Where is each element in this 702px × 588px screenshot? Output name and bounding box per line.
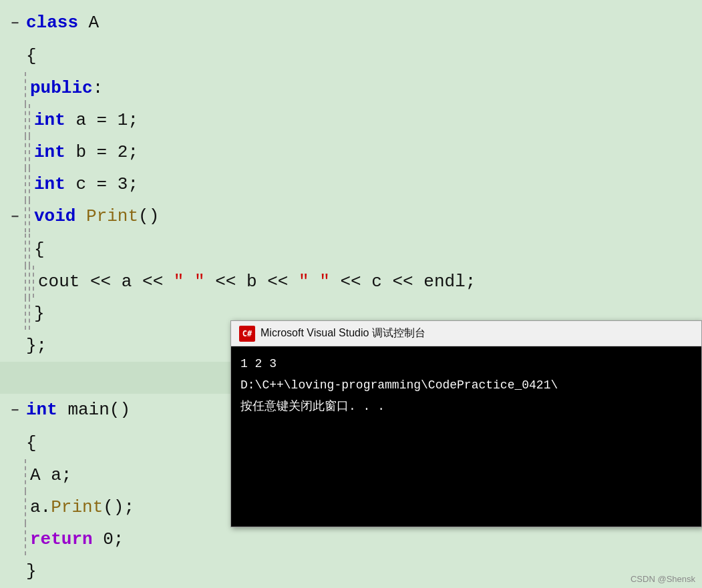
indent-guide-4b: [29, 168, 30, 200]
console-titlebar[interactable]: C# Microsoft Visual Studio 调试控制台: [231, 321, 701, 346]
indent-guide-7c: [33, 266, 34, 298]
indent-guide-3b: [29, 136, 30, 168]
console-output-2: D:\C++\loving-programming\CodePractice_0…: [240, 374, 692, 396]
console-app-icon: C#: [239, 326, 255, 342]
watermark: CSDN @Shensk: [631, 574, 695, 584]
indent-guide-6b: [29, 234, 30, 266]
indent-guide-2a: [25, 104, 26, 136]
code-line-int-c: int c = 3;: [0, 168, 702, 200]
console-output-1: 1 2 3: [240, 353, 692, 374]
code-text-int-b: int b = 2;: [31, 136, 702, 168]
indent-guide-9: [25, 459, 26, 491]
indent-guide-1: [25, 72, 26, 104]
code-line-int-a: int a = 1;: [0, 104, 702, 136]
code-text-return: return 0;: [27, 523, 702, 555]
code-text-class: class A: [23, 7, 702, 39]
console-window: C# Microsoft Visual Studio 调试控制台 1 2 3 D…: [230, 320, 702, 527]
console-output-3: 按任意键关闭此窗口. . .: [240, 396, 692, 417]
code-text-int-c: int c = 3;: [31, 168, 702, 200]
indent-guide-3a: [25, 136, 26, 168]
indent-guide-5a: [25, 200, 26, 232]
code-text-public: public:: [27, 72, 702, 104]
indent-guide-2b: [29, 104, 30, 136]
code-text-void-print: void Print(): [31, 200, 702, 232]
fold-indicator-print[interactable]: −: [7, 202, 23, 234]
code-line-open2: {: [0, 234, 702, 266]
code-text-cout: cout << a << " " << b << " " << c << end…: [35, 266, 702, 298]
code-line-void-print: − void Print(): [0, 200, 702, 234]
code-text-int-a: int a = 1;: [31, 104, 702, 136]
code-line-open1: {: [0, 40, 702, 72]
code-text-open2: {: [31, 234, 702, 266]
fold-indicator-main[interactable]: −: [7, 395, 23, 427]
indent-guide-8b: [29, 298, 30, 330]
indent-guide-4a: [25, 168, 26, 200]
code-line-int-b: int b = 2;: [0, 136, 702, 168]
code-line-cout: cout << a << " " << b << " " << c << end…: [0, 266, 702, 298]
code-line-return: return 0;: [0, 523, 702, 555]
code-line-close3: }: [0, 555, 702, 587]
console-body: 1 2 3 D:\C++\loving-programming\CodePrac…: [231, 346, 701, 527]
indent-guide-11: [25, 523, 26, 555]
fold-indicator-class[interactable]: −: [7, 8, 23, 40]
console-icon-text: C#: [242, 329, 252, 338]
indent-guide-8a: [25, 298, 26, 330]
indent-guide-7b: [29, 266, 30, 298]
code-text-open1: {: [23, 40, 702, 72]
indent-guide-6a: [25, 234, 26, 266]
indent-guide-7a: [25, 266, 26, 298]
code-line-class: − class A: [0, 7, 702, 40]
indent-guide-10: [25, 491, 26, 523]
code-text-close3: }: [23, 555, 702, 587]
code-line-public: public:: [0, 72, 702, 104]
indent-guide-5b: [29, 200, 30, 232]
console-title: Microsoft Visual Studio 调试控制台: [260, 326, 425, 340]
